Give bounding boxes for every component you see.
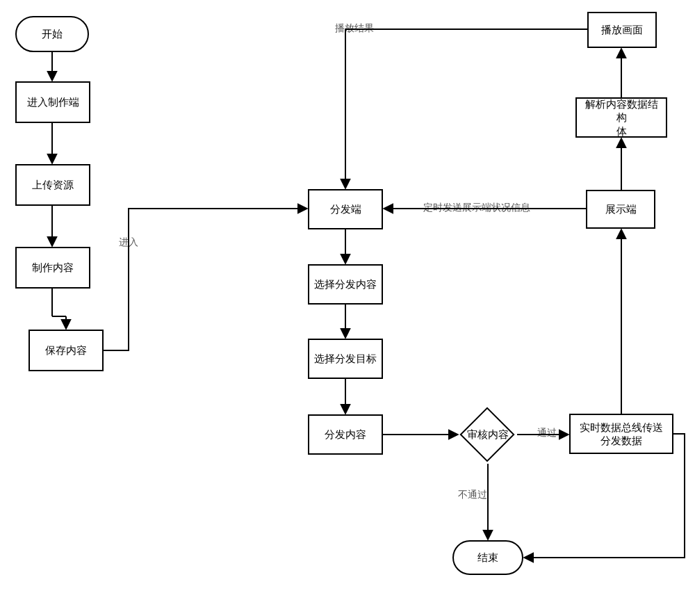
end-node: 结束 — [452, 540, 523, 575]
parse-content-node: 解析内容数据结构 体 — [575, 97, 667, 138]
display-end-label: 展示端 — [605, 202, 637, 216]
save-content-node: 保存内容 — [28, 330, 104, 371]
upload-resource-node: 上传资源 — [15, 164, 90, 206]
fail-edge-label: 不通过 — [457, 489, 489, 501]
enter-production-label: 进入制作端 — [27, 95, 79, 109]
end-label: 结束 — [477, 551, 498, 565]
select-distribute-content-node: 选择分发内容 — [308, 264, 383, 305]
upload-resource-label: 上传资源 — [32, 178, 74, 192]
play-screen-label: 播放画面 — [601, 23, 643, 37]
start-node: 开始 — [15, 16, 89, 52]
create-content-label: 制作内容 — [32, 261, 74, 275]
enter-production-node: 进入制作端 — [15, 81, 90, 123]
distribute-content-node: 分发内容 — [308, 414, 383, 455]
review-content-node — [459, 407, 514, 462]
play-result-edge-label: 播放结果 — [334, 22, 375, 35]
bus-send-label: 实时数据总线传送 分发数据 — [580, 421, 663, 448]
parse-content-label: 解析内容数据结构 体 — [581, 97, 662, 138]
distribution-end-label: 分发端 — [330, 202, 361, 216]
create-content-node: 制作内容 — [15, 247, 90, 289]
pass-edge-label: 通过 — [536, 427, 558, 439]
distribution-end-node: 分发端 — [308, 189, 383, 229]
timed-status-edge-label: 定时发送展示端状况信息 — [422, 202, 532, 214]
play-screen-node: 播放画面 — [587, 12, 657, 48]
flow-arrows — [0, 0, 695, 616]
enter-edge-label: 进入 — [117, 236, 140, 249]
select-distribute-target-label: 选择分发目标 — [314, 352, 377, 366]
display-end-node: 展示端 — [586, 190, 655, 229]
start-label: 开始 — [42, 27, 63, 41]
save-content-label: 保存内容 — [45, 343, 87, 357]
distribute-content-label: 分发内容 — [325, 428, 366, 441]
select-distribute-content-label: 选择分发内容 — [314, 277, 377, 291]
select-distribute-target-node: 选择分发目标 — [308, 339, 383, 379]
bus-send-node: 实时数据总线传送 分发数据 — [569, 414, 673, 454]
